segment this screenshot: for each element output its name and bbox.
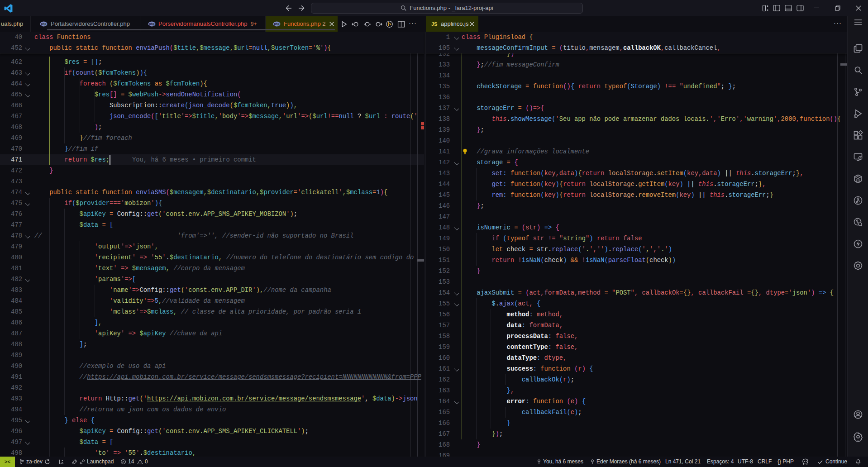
svg-text:php: php: [274, 22, 280, 26]
svg-text:php: php: [41, 22, 47, 26]
svg-text:php: php: [149, 22, 155, 26]
